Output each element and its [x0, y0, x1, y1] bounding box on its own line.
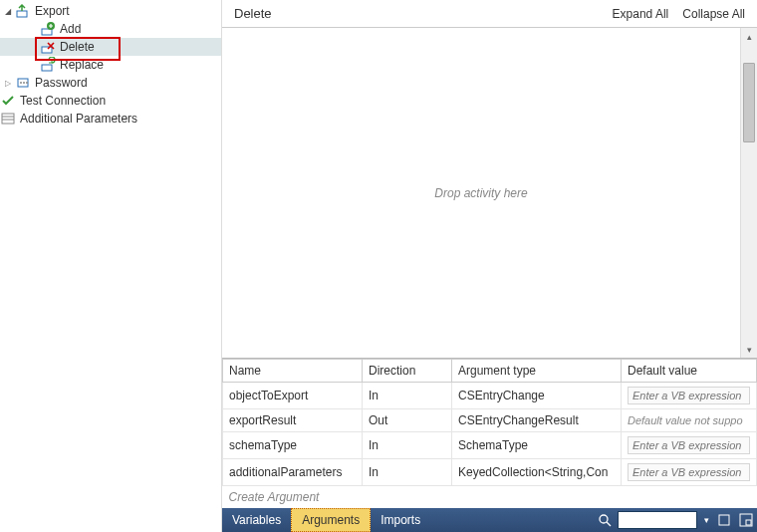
- default-readonly: Default value not suppo: [628, 414, 743, 426]
- svg-point-12: [600, 515, 608, 523]
- tree-label: Replace: [60, 58, 104, 72]
- delete-icon: [40, 39, 56, 55]
- tree-node-export[interactable]: Export: [0, 2, 221, 20]
- svg-line-13: [607, 522, 611, 526]
- arg-default: Default value not suppo: [622, 409, 757, 432]
- table-row[interactable]: exportResult Out CSEntryChangeResult Def…: [223, 409, 757, 432]
- add-icon: [40, 21, 56, 37]
- check-icon: [0, 93, 16, 109]
- tree-node-replace[interactable]: Replace: [0, 56, 221, 74]
- table-row[interactable]: objectToExport In CSEntryChange: [223, 383, 757, 409]
- col-direction[interactable]: Direction: [363, 360, 452, 383]
- arg-default[interactable]: [622, 432, 757, 459]
- expand-icon[interactable]: [2, 6, 13, 17]
- tree-node-additional-parameters[interactable]: Additional Parameters: [0, 110, 221, 128]
- col-name[interactable]: Name: [223, 360, 363, 383]
- arg-name[interactable]: exportResult: [223, 409, 363, 432]
- arguments-panel: Name Direction Argument type Default val…: [222, 358, 757, 508]
- export-icon: [15, 3, 31, 19]
- create-argument-label[interactable]: Create Argument: [223, 486, 757, 509]
- arg-direction[interactable]: In: [363, 432, 452, 459]
- designer-title: Delete: [234, 6, 599, 21]
- expand-icon[interactable]: [2, 78, 13, 89]
- vb-expression-input[interactable]: [628, 387, 750, 404]
- tree-label: Additional Parameters: [20, 112, 137, 126]
- tree-label: Delete: [60, 40, 95, 54]
- tree-node-password[interactable]: Password: [0, 74, 221, 92]
- search-input[interactable]: [618, 511, 697, 529]
- overview-icon[interactable]: [735, 508, 757, 532]
- arg-direction[interactable]: In: [363, 383, 452, 409]
- tab-imports[interactable]: Imports: [371, 508, 430, 532]
- arg-default[interactable]: [622, 383, 757, 409]
- drop-hint: Drop activity here: [434, 186, 527, 200]
- tree-label: Password: [35, 76, 88, 90]
- arg-type[interactable]: CSEntryChange: [452, 383, 622, 409]
- scroll-track[interactable]: [741, 45, 757, 341]
- col-type[interactable]: Argument type: [452, 360, 622, 383]
- scroll-thumb[interactable]: [743, 63, 755, 142]
- fit-to-screen-icon[interactable]: [713, 508, 735, 532]
- svg-point-6: [20, 82, 22, 84]
- tree-node-add[interactable]: Add: [0, 20, 221, 38]
- tree-label: Test Connection: [20, 94, 106, 108]
- parameters-icon: [0, 111, 16, 127]
- arg-type[interactable]: CSEntryChangeResult: [452, 409, 622, 432]
- tree-node-delete[interactable]: Delete: [0, 38, 221, 56]
- bottom-bar: Variables Arguments Imports ▾: [222, 508, 757, 532]
- svg-rect-0: [17, 11, 27, 17]
- zoom-dropdown[interactable]: ▾: [699, 508, 713, 532]
- designer-canvas-wrap: Drop activity here ▴ ▾: [222, 28, 757, 358]
- vb-expression-input[interactable]: [628, 463, 750, 481]
- tab-variables[interactable]: Variables: [222, 508, 291, 532]
- svg-rect-14: [719, 515, 729, 525]
- vertical-scrollbar[interactable]: ▴ ▾: [740, 28, 757, 358]
- activity-tree: Export Add Delete Replace Password: [0, 0, 221, 532]
- svg-point-8: [26, 82, 28, 84]
- scroll-down-icon[interactable]: ▾: [741, 341, 757, 358]
- arg-type[interactable]: KeyedCollection<String,Con: [452, 459, 622, 486]
- collapse-all-button[interactable]: Collapse All: [682, 7, 745, 21]
- table-row[interactable]: additionalParameters In KeyedCollection<…: [223, 459, 757, 486]
- search-icon[interactable]: [594, 508, 616, 532]
- svg-rect-9: [2, 114, 14, 124]
- tab-arguments[interactable]: Arguments: [291, 508, 371, 532]
- table-row[interactable]: schemaType In SchemaType: [223, 432, 757, 459]
- vb-expression-input[interactable]: [628, 436, 750, 454]
- arg-type[interactable]: SchemaType: [452, 432, 622, 459]
- designer-canvas[interactable]: Drop activity here: [222, 28, 740, 358]
- arguments-table: Name Direction Argument type Default val…: [222, 359, 757, 508]
- scroll-up-icon[interactable]: ▴: [741, 28, 757, 45]
- tree-label: Export: [35, 4, 70, 18]
- arg-default[interactable]: [622, 459, 757, 486]
- tree-node-test-connection[interactable]: Test Connection: [0, 92, 221, 110]
- col-default[interactable]: Default value: [622, 360, 757, 383]
- svg-rect-16: [746, 520, 751, 525]
- arg-name[interactable]: objectToExport: [223, 383, 363, 409]
- arg-direction[interactable]: Out: [363, 409, 452, 432]
- arg-name[interactable]: schemaType: [223, 432, 363, 459]
- password-icon: [15, 75, 31, 91]
- create-argument-row[interactable]: Create Argument: [223, 486, 757, 509]
- svg-rect-3: [42, 47, 52, 53]
- expand-all-button[interactable]: Expand All: [613, 7, 669, 21]
- tree-label: Add: [60, 22, 81, 36]
- arg-name[interactable]: additionalParameters: [223, 459, 363, 486]
- main-area: Delete Expand All Collapse All Drop acti…: [221, 0, 757, 532]
- replace-icon: [40, 57, 56, 73]
- svg-point-7: [23, 82, 25, 84]
- arg-direction[interactable]: In: [363, 459, 452, 486]
- designer-header: Delete Expand All Collapse All: [222, 0, 757, 28]
- svg-rect-4: [42, 65, 52, 71]
